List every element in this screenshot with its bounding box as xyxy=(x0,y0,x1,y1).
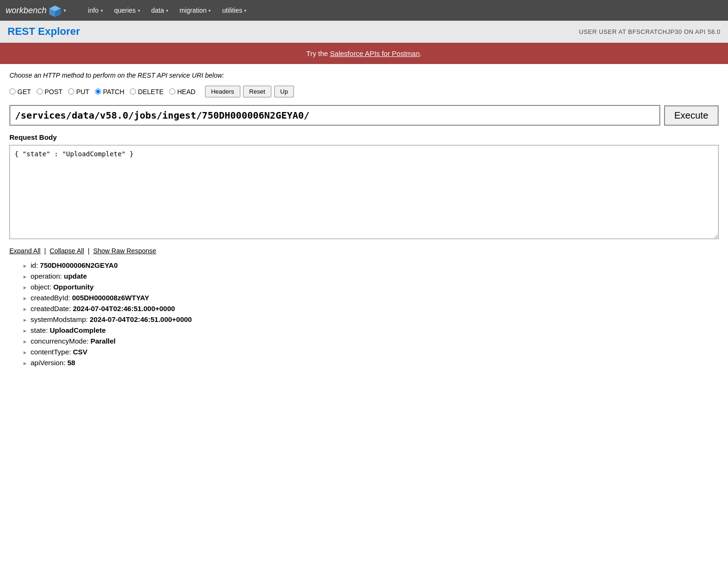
response-row: ▸ operation: update xyxy=(24,272,719,280)
postman-banner: Try the Salesforce APIs for Postman. xyxy=(0,43,728,64)
uri-input[interactable] xyxy=(9,105,660,126)
request-body-label: Request Body xyxy=(9,133,719,141)
request-body-textarea[interactable] xyxy=(9,145,719,239)
reset-button[interactable]: Reset xyxy=(243,86,271,97)
method-buttons: Headers Reset Up xyxy=(205,86,294,97)
method-post[interactable]: POST xyxy=(37,88,63,96)
field-value: Parallel xyxy=(90,337,115,345)
brand-dropdown-arrow[interactable]: ▾ xyxy=(63,8,66,14)
header-bar: REST Explorer USER USER AT BFSCRATCHJP30… xyxy=(0,21,728,43)
instruction-text: Choose an HTTP method to perform on the … xyxy=(9,72,719,79)
field-value: 750DH000006N2GEYA0 xyxy=(40,261,118,269)
nav-item-data[interactable]: data ▾ xyxy=(147,5,173,16)
field-name: id: xyxy=(31,261,38,269)
expand-icon: ▸ xyxy=(24,284,27,291)
response-row: ▸ apiVersion: 58 xyxy=(24,359,719,367)
radio-get[interactable] xyxy=(9,88,16,95)
response-row: ▸ state: UploadComplete xyxy=(24,326,719,334)
method-head[interactable]: HEAD xyxy=(169,88,196,96)
expand-icon: ▸ xyxy=(24,262,27,269)
cube-icon xyxy=(48,4,62,17)
field-name: createdDate: xyxy=(31,305,71,313)
field-value: Opportunity xyxy=(53,283,94,291)
field-name: apiVersion: xyxy=(31,359,65,367)
radio-post[interactable] xyxy=(37,88,43,95)
response-data: ▸ id: 750DH000006N2GEYA0 ▸ operation: up… xyxy=(9,261,719,367)
expand-icon: ▸ xyxy=(24,316,27,323)
field-value: UploadComplete xyxy=(50,326,106,334)
radio-delete[interactable] xyxy=(130,88,136,95)
request-body-section: Request Body xyxy=(9,133,719,240)
main-content: Choose an HTTP method to perform on the … xyxy=(0,64,728,377)
uri-row: Execute xyxy=(9,105,719,126)
nav-migration-arrow: ▾ xyxy=(208,8,211,13)
up-button[interactable]: Up xyxy=(274,86,294,97)
expand-icon: ▸ xyxy=(24,295,27,302)
expand-icon: ▸ xyxy=(24,327,27,334)
field-value: CSV xyxy=(73,348,87,356)
response-row: ▸ concurrencyMode: Parallel xyxy=(24,337,719,345)
nav-item-utilities[interactable]: utilities ▾ xyxy=(217,5,251,16)
method-row: GET POST PUT PATCH DELETE HEAD Headers R… xyxy=(9,86,719,97)
field-name: contentType: xyxy=(31,348,71,356)
method-patch[interactable]: PATCH xyxy=(95,88,124,96)
field-name: concurrencyMode: xyxy=(31,337,88,345)
response-row: ▸ createdById: 005DH000008z6WTYAY xyxy=(24,294,719,302)
response-row: ▸ id: 750DH000006N2GEYA0 xyxy=(24,261,719,269)
radio-patch[interactable] xyxy=(95,88,101,95)
nav-queries-arrow: ▾ xyxy=(138,8,140,13)
banner-text-after: . xyxy=(420,49,422,57)
nav-info-arrow: ▾ xyxy=(101,8,103,13)
expand-all-link[interactable]: Expand All xyxy=(9,247,40,255)
nav-data-arrow: ▾ xyxy=(166,8,168,13)
page-title: REST Explorer xyxy=(8,25,80,38)
brand-text: workbench xyxy=(6,6,47,16)
response-controls: Expand All | Collapse All | Show Raw Res… xyxy=(9,247,719,255)
user-info: USER USER AT BFSCRATCHJP30 ON API 58.0 xyxy=(579,28,720,35)
field-value: update xyxy=(64,272,87,280)
method-put[interactable]: PUT xyxy=(68,88,89,96)
radio-put[interactable] xyxy=(68,88,74,95)
show-raw-response-link[interactable]: Show Raw Response xyxy=(93,247,156,255)
separator-1: | xyxy=(44,247,46,255)
expand-icon: ▸ xyxy=(24,273,27,280)
expand-icon: ▸ xyxy=(24,360,27,367)
field-value: 005DH000008z6WTYAY xyxy=(72,294,149,302)
postman-link[interactable]: Salesforce APIs for Postman xyxy=(330,49,420,57)
navbar: workbench ▾ info ▾ queries ▾ data ▾ migr… xyxy=(0,0,728,21)
method-get[interactable]: GET xyxy=(9,88,31,96)
expand-icon: ▸ xyxy=(24,305,27,313)
field-name: state: xyxy=(31,326,48,334)
expand-icon: ▸ xyxy=(24,338,27,345)
response-row: ▸ object: Opportunity xyxy=(24,283,719,291)
separator-2: | xyxy=(88,247,90,255)
headers-button[interactable]: Headers xyxy=(205,86,240,97)
banner-text-before: Try the xyxy=(306,49,330,57)
field-name: object: xyxy=(31,283,51,291)
field-value: 2024-07-04T02:46:51.000+0000 xyxy=(90,315,192,323)
field-value: 58 xyxy=(67,359,75,367)
nav-item-queries[interactable]: queries ▾ xyxy=(110,5,145,16)
field-value: 2024-07-04T02:46:51.000+0000 xyxy=(73,305,175,313)
nav-utilities-arrow: ▾ xyxy=(244,8,246,13)
brand: workbench ▾ xyxy=(6,4,76,17)
expand-icon: ▸ xyxy=(24,349,27,356)
radio-head[interactable] xyxy=(169,88,175,95)
response-row: ▸ contentType: CSV xyxy=(24,348,719,356)
field-name: createdById: xyxy=(31,294,70,302)
field-name: operation: xyxy=(31,272,62,280)
collapse-all-link[interactable]: Collapse All xyxy=(50,247,84,255)
nav-item-info[interactable]: info ▾ xyxy=(83,5,108,16)
response-row: ▸ systemModstamp: 2024-07-04T02:46:51.00… xyxy=(24,315,719,323)
nav-item-migration[interactable]: migration ▾ xyxy=(175,5,216,16)
execute-button[interactable]: Execute xyxy=(664,105,719,126)
method-delete[interactable]: DELETE xyxy=(130,88,163,96)
field-name: systemModstamp: xyxy=(31,315,88,323)
response-row: ▸ createdDate: 2024-07-04T02:46:51.000+0… xyxy=(24,305,719,313)
